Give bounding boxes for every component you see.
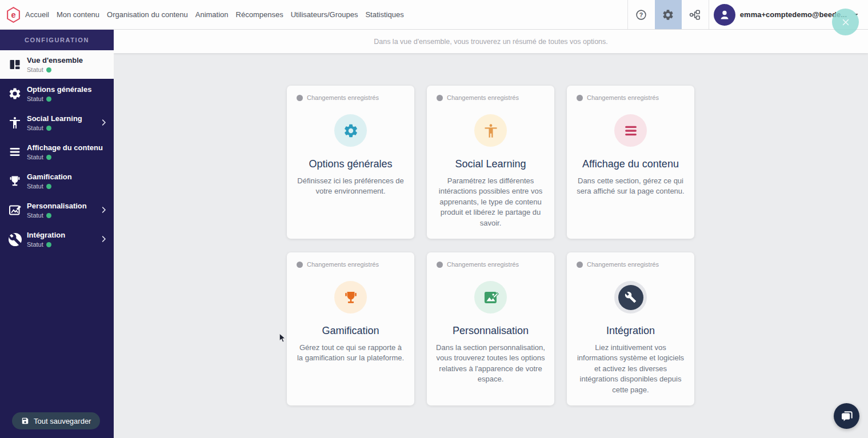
nav-organisation-du-contenu[interactable]: Organisation du contenu [107, 10, 188, 19]
status-row: Statut [27, 154, 103, 160]
gear-icon [334, 114, 367, 147]
status-row: Statut [27, 66, 83, 73]
status-dot-icon [46, 155, 51, 160]
settings-button[interactable] [655, 0, 682, 29]
sidebar: CONFIGURATION Vue d'ensemble Statut Opti… [0, 30, 114, 438]
status-dot-icon [577, 262, 583, 268]
status-row: Statut [27, 212, 87, 219]
sidebar-item-label: Affichage du contenu [27, 143, 103, 152]
nav-mon-contenu[interactable]: Mon contenu [57, 10, 99, 19]
card-affichage-du-contenu[interactable]: Changements enregistrés Affichage du con… [567, 86, 694, 239]
status-dot-icon [46, 213, 51, 218]
saved-changes-badge: Changements enregistrés [437, 261, 519, 268]
status-row: Statut [27, 183, 72, 190]
card-description: Liez intuitivement vos informations syst… [567, 343, 694, 395]
gear-icon [662, 9, 674, 21]
save-icon [21, 417, 29, 425]
card-social-learning[interactable]: Changements enregistrés Social Learning … [427, 86, 554, 239]
card-personnalisation[interactable]: Changements enregistrés Personnalisation… [427, 252, 554, 405]
main-nav: Accueil Mon contenu Organisation du cont… [25, 10, 404, 19]
sidebar-item-label: Personnalisation [27, 202, 87, 211]
sidebar-item-affichage-du-contenu[interactable]: Affichage du contenu Statut [0, 138, 114, 166]
chat-launcher-button[interactable] [834, 403, 859, 429]
mouse-cursor [279, 333, 287, 344]
saved-changes-badge: Changements enregistrés [297, 94, 379, 101]
status-dot-icon [46, 242, 51, 247]
chevron-right-icon [99, 118, 108, 127]
saved-changes-badge: Changements enregistrés [577, 94, 659, 101]
status-dot-icon [437, 95, 443, 101]
card-description: Définissez ici les préférences de votre … [287, 176, 414, 197]
menu-lines-icon [614, 114, 647, 147]
sidebar-item-options-generales[interactable]: Options générales Statut [0, 79, 114, 108]
status-dot-icon [577, 95, 583, 101]
nav-animation[interactable]: Animation [195, 10, 229, 19]
avatar [714, 4, 735, 26]
chevron-right-icon [99, 206, 108, 214]
card-title: Social Learning [427, 158, 554, 170]
card-description: Dans cette section, gérez ce qui sera af… [567, 176, 694, 197]
status-row: Statut [27, 124, 82, 131]
wrench-icon [7, 232, 22, 247]
sidebar-item-gamification[interactable]: Gamification Statut [0, 167, 114, 195]
chat-icon [840, 409, 854, 423]
nav-utilisateurs-groupes[interactable]: Utilisateurs/Groupes [291, 10, 358, 19]
card-title: Affichage du contenu [567, 158, 694, 170]
dashboard-icon [7, 57, 22, 72]
trophy-icon [334, 281, 367, 314]
status-row: Statut [27, 241, 65, 248]
sidebar-item-label: Options générales [27, 85, 91, 94]
app-logo[interactable] [6, 6, 21, 23]
gear-icon [7, 86, 22, 101]
help-button[interactable] [628, 0, 655, 29]
info-banner: Dans la vue d'ensemble, vous trouverez u… [114, 30, 868, 53]
sidebar-item-personnalisation[interactable]: Personnalisation Statut [0, 196, 114, 224]
person-icon [474, 114, 507, 147]
saved-changes-badge: Changements enregistrés [577, 261, 659, 268]
card-title: Options générales [287, 158, 414, 170]
status-row: Statut [27, 95, 91, 102]
top-header: Accueil Mon contenu Organisation du cont… [0, 0, 868, 30]
person-icon [718, 9, 731, 21]
trophy-icon [7, 174, 22, 188]
status-dot-icon [46, 184, 51, 189]
share-button[interactable] [682, 0, 709, 29]
status-dot-icon [46, 126, 51, 131]
close-icon [841, 17, 851, 27]
sidebar-item-label: Vue d'ensemble [27, 56, 83, 65]
nav-statistiques[interactable]: Statistiques [365, 10, 403, 19]
status-dot-icon [297, 95, 303, 101]
sidebar-item-vue-densemble[interactable]: Vue d'ensemble Statut [0, 50, 114, 79]
sidebar-item-label: Intégration [27, 231, 65, 240]
image-edit-icon [474, 281, 507, 314]
person-icon [7, 115, 22, 130]
saved-changes-badge: Changements enregistrés [297, 261, 379, 268]
chevron-right-icon [99, 235, 108, 243]
status-dot-icon [297, 262, 303, 268]
card-gamification[interactable]: Changements enregistrés Gamification Gér… [287, 252, 414, 405]
save-all-button[interactable]: Tout sauvegarder [12, 412, 100, 429]
nav-accueil[interactable]: Accueil [25, 10, 49, 19]
sidebar-item-social-learning[interactable]: Social Learning Statut [0, 109, 114, 137]
card-description: Paramétrez les différentes intéractions … [427, 176, 554, 228]
status-dot-icon [46, 67, 51, 73]
saved-changes-badge: Changements enregistrés [437, 94, 519, 101]
card-description: Gérez tout ce qui se rapporte à la gamif… [287, 343, 414, 364]
card-options-generales[interactable]: Changements enregistrés Options générale… [287, 86, 414, 239]
help-icon [635, 9, 647, 21]
overview-card-grid: Changements enregistrés Options générale… [287, 86, 694, 405]
status-dot-icon [46, 97, 51, 102]
status-dot-icon [437, 262, 443, 268]
wrench-icon [614, 281, 647, 314]
card-integration[interactable]: Changements enregistrés Intégration Liez… [567, 252, 694, 405]
sidebar-item-integration[interactable]: Intégration Statut [0, 225, 114, 254]
sidebar-item-label: Gamification [27, 172, 72, 182]
sidebar-title: CONFIGURATION [0, 30, 114, 50]
account-email: emma+comptedemo@beede... [740, 10, 847, 19]
share-icon [689, 9, 701, 21]
card-description: Dans la section personnalisation, vous t… [427, 343, 554, 385]
card-title: Gamification [287, 325, 414, 337]
menu-lines-icon [7, 144, 22, 159]
close-overlay-button[interactable] [832, 9, 859, 35]
nav-recompenses[interactable]: Récompenses [236, 10, 283, 19]
